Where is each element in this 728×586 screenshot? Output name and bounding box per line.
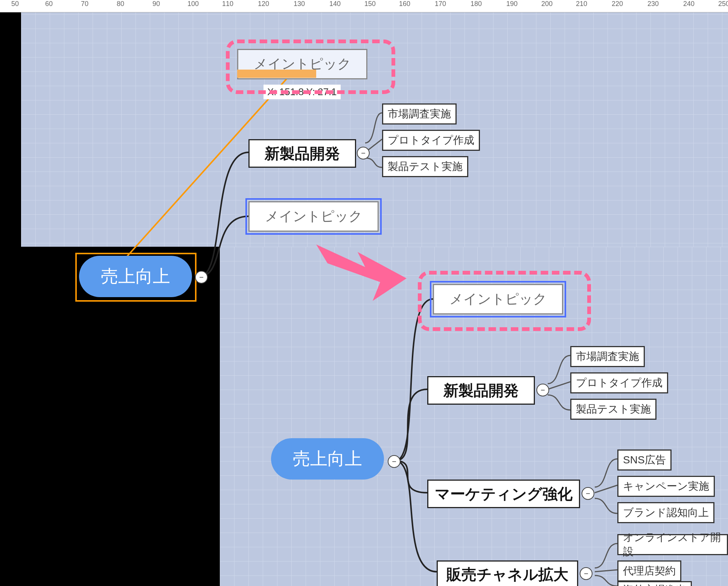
leaf-node[interactable]: プロトタイプ作成: [382, 130, 480, 151]
leaf-node[interactable]: 製品テスト実施: [382, 156, 468, 177]
ruler-tick: 90: [152, 0, 160, 8]
drag-handle[interactable]: [237, 70, 316, 78]
horizontal-ruler: 50 60 70 80 90 100 110 120 130 140 150 1…: [0, 0, 728, 12]
leaf-node[interactable]: 代理店契約: [617, 560, 681, 581]
collapse-toggle[interactable]: −: [195, 271, 208, 284]
topic-marketing[interactable]: マーケティング強化: [427, 480, 580, 508]
ruler-tick: 240: [683, 0, 694, 8]
ruler-tick: 70: [81, 0, 88, 8]
topic-new-product-top[interactable]: 新製品開発: [248, 139, 356, 168]
collapse-toggle[interactable]: −: [357, 147, 370, 159]
collapse-toggle[interactable]: −: [580, 567, 592, 580]
leaf-node[interactable]: 製品テスト実施: [570, 399, 656, 420]
ruler-tick: 100: [187, 0, 199, 8]
main-topic-top[interactable]: メイントピック: [248, 201, 379, 232]
leaf-node[interactable]: 市場調査実施: [570, 346, 645, 367]
ruler-tick: 180: [471, 0, 482, 8]
ruler-tick: 140: [329, 0, 341, 8]
ruler-tick: 110: [222, 0, 233, 8]
ruler-tick: 50: [11, 0, 19, 8]
ruler-tick: 200: [541, 0, 553, 8]
leaf-node[interactable]: キャンペーン実施: [617, 476, 715, 497]
ruler-tick: 160: [399, 0, 410, 8]
ruler-tick: 170: [435, 0, 446, 8]
ruler-tick: 80: [117, 0, 124, 8]
leaf-node[interactable]: ブランド認知向上: [617, 502, 714, 523]
ruler-tick: 150: [364, 0, 376, 8]
coordinate-readout: X: 151.8 Y: 27.1: [263, 85, 341, 99]
main-topic-bottom[interactable]: メイントピック: [433, 284, 563, 314]
ruler-tick: 220: [612, 0, 623, 8]
ruler-tick: 60: [45, 0, 53, 8]
root-node-top[interactable]: 売上向上: [79, 256, 192, 297]
leaf-node[interactable]: SNS広告: [617, 449, 672, 471]
black-mask: [0, 399, 220, 586]
root-node-bottom[interactable]: 売上向上: [271, 438, 384, 480]
ruler-tick: 130: [294, 0, 305, 8]
leaf-node[interactable]: 市場調査実施: [382, 103, 457, 124]
ruler-tick: 210: [576, 0, 587, 8]
topic-new-product-bottom[interactable]: 新製品開発: [427, 376, 535, 405]
ruler-tick: 120: [258, 0, 269, 8]
ruler-tick: 250: [718, 0, 728, 8]
ruler-tick: 230: [647, 0, 659, 8]
ruler-tick: 190: [506, 0, 518, 8]
collapse-toggle[interactable]: −: [582, 487, 594, 500]
leaf-node[interactable]: プロトタイプ作成: [570, 372, 668, 393]
collapse-toggle[interactable]: −: [536, 384, 549, 396]
topic-channel[interactable]: 販売チャネル拡大: [437, 560, 578, 586]
leaf-node[interactable]: 海外市場進出: [617, 581, 692, 586]
leaf-node[interactable]: オンラインストア開設: [617, 534, 728, 555]
collapse-toggle[interactable]: −: [388, 455, 401, 468]
